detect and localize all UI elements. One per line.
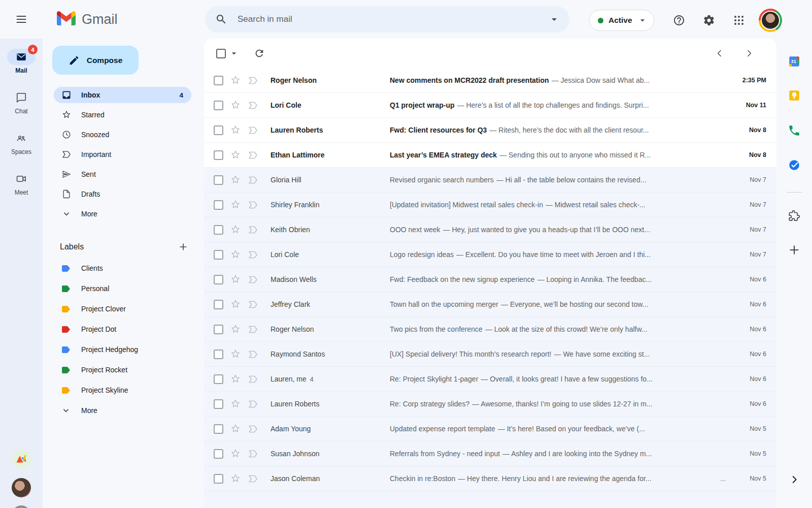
add-icon[interactable] xyxy=(784,240,804,260)
email-row[interactable]: Lauren Roberts Re: Corp strategy slides?… xyxy=(204,392,776,417)
email-row[interactable]: Gloria Hill Revised organic search numbe… xyxy=(204,168,776,193)
account-avatar[interactable] xyxy=(759,9,782,32)
email-row[interactable]: Lori Cole Q1 project wrap-up — Here’s a … xyxy=(204,93,776,118)
importance-marker-icon[interactable] xyxy=(247,224,258,235)
star-icon[interactable] xyxy=(230,174,241,185)
workspace-logo-avatar[interactable] xyxy=(0,450,43,469)
nav-item-inbox[interactable]: Inbox 4 xyxy=(54,87,191,103)
keep-icon[interactable] xyxy=(784,85,804,106)
importance-marker-icon[interactable] xyxy=(247,249,258,260)
row-checkbox[interactable] xyxy=(214,250,223,260)
importance-marker-icon[interactable] xyxy=(247,448,258,459)
importance-marker-icon[interactable] xyxy=(247,324,258,335)
voice-icon[interactable] xyxy=(784,120,804,141)
email-row[interactable]: Madison Wells Fwd: Feedback on the new s… xyxy=(204,267,776,292)
show-side-panel-chevron-icon[interactable] xyxy=(784,469,804,490)
calendar-icon[interactable]: 31 xyxy=(784,51,804,72)
importance-marker-icon[interactable] xyxy=(247,100,258,111)
star-icon[interactable] xyxy=(230,473,241,484)
star-icon[interactable] xyxy=(230,324,241,335)
email-row[interactable]: Jason Coleman Checkin in re:Boston — Hey… xyxy=(204,466,776,491)
rail-item-spaces[interactable]: Spaces xyxy=(0,130,43,157)
row-checkbox[interactable] xyxy=(214,399,223,409)
search-bar[interactable] xyxy=(205,6,569,33)
status-chip[interactable]: Active xyxy=(589,10,654,31)
email-row[interactable]: Keith Obrien OOO next week — Hey, just w… xyxy=(204,217,776,242)
search-icon[interactable] xyxy=(215,13,227,25)
row-checkbox[interactable] xyxy=(214,200,223,210)
star-icon[interactable] xyxy=(230,75,241,86)
settings-gear-icon[interactable] xyxy=(697,8,721,33)
email-row[interactable]: Lori Cole Logo redesign ideas — Excellen… xyxy=(204,242,776,267)
label-item-clients[interactable]: Clients xyxy=(54,260,191,276)
star-icon[interactable] xyxy=(230,149,241,161)
email-row[interactable]: Adam Young Updated expense report templa… xyxy=(204,417,776,441)
importance-marker-icon[interactable] xyxy=(247,174,258,185)
main-menu-icon[interactable] xyxy=(9,7,33,31)
newer-page-chevron-left-icon[interactable] xyxy=(712,45,728,61)
importance-marker-icon[interactable] xyxy=(247,274,258,285)
chat-shortcut-avatar-1[interactable] xyxy=(0,478,43,497)
help-icon[interactable] xyxy=(667,8,691,33)
label-item-project-clover[interactable]: Project Clover xyxy=(54,301,191,317)
star-icon[interactable] xyxy=(230,224,241,235)
star-icon[interactable] xyxy=(230,199,241,210)
search-input[interactable] xyxy=(236,14,548,25)
rail-item-meet[interactable]: Meet xyxy=(0,171,43,198)
email-row[interactable]: Susan Johnson Referrals from Sydney - ne… xyxy=(204,441,776,466)
refresh-icon[interactable] xyxy=(250,44,268,62)
star-icon[interactable] xyxy=(230,398,241,409)
nav-item-sent[interactable]: Sent xyxy=(54,166,191,182)
email-row[interactable]: Lauren Roberts Fwd: Client resources for… xyxy=(204,118,776,143)
email-row[interactable]: Shirley Franklin [Updated invitation] Mi… xyxy=(204,193,776,217)
nav-item-important[interactable]: Important xyxy=(54,146,191,163)
older-page-chevron-right-icon[interactable] xyxy=(741,45,757,61)
importance-marker-icon[interactable] xyxy=(247,348,258,360)
extensions-icon[interactable] xyxy=(784,206,804,226)
select-all-checkbox[interactable] xyxy=(216,49,226,58)
importance-marker-icon[interactable] xyxy=(247,299,258,310)
search-options-caret-icon[interactable] xyxy=(548,13,560,25)
star-icon[interactable] xyxy=(230,373,241,385)
star-icon[interactable] xyxy=(230,348,241,360)
importance-marker-icon[interactable] xyxy=(247,149,258,161)
row-checkbox[interactable] xyxy=(214,76,223,85)
labels-more[interactable]: More xyxy=(54,402,191,419)
row-checkbox[interactable] xyxy=(214,325,223,334)
star-icon[interactable] xyxy=(230,448,241,459)
importance-marker-icon[interactable] xyxy=(247,373,258,385)
row-checkbox[interactable] xyxy=(214,150,223,160)
label-item-project-hedgehog[interactable]: Project Hedgehog xyxy=(54,341,191,358)
row-checkbox[interactable] xyxy=(214,175,223,185)
star-icon[interactable] xyxy=(230,124,241,136)
create-label-plus-icon[interactable] xyxy=(175,239,191,255)
google-apps-grid-icon[interactable] xyxy=(727,8,751,33)
rail-item-mail[interactable]: 4 Mail xyxy=(0,49,43,76)
star-icon[interactable] xyxy=(230,299,241,310)
row-checkbox[interactable] xyxy=(214,424,223,434)
nav-item-drafts[interactable]: Drafts xyxy=(54,186,191,202)
importance-marker-icon[interactable] xyxy=(247,473,258,484)
email-row[interactable]: Lauren, me 4 Re: Project Skylight 1-page… xyxy=(204,367,776,392)
row-checkbox[interactable] xyxy=(214,350,223,359)
row-checkbox[interactable] xyxy=(214,225,223,235)
star-icon[interactable] xyxy=(230,100,241,111)
importance-marker-icon[interactable] xyxy=(247,124,258,136)
email-row[interactable]: Raymond Santos [UX] Special delivery! Th… xyxy=(204,342,776,367)
star-icon[interactable] xyxy=(230,249,241,260)
row-checkbox[interactable] xyxy=(214,101,223,110)
email-row[interactable]: Roger Nelson New comments on MCR2022 dra… xyxy=(204,68,776,93)
compose-button[interactable]: Compose xyxy=(52,46,139,75)
star-icon[interactable] xyxy=(230,274,241,285)
row-checkbox[interactable] xyxy=(214,125,223,135)
importance-marker-icon[interactable] xyxy=(247,199,258,210)
star-icon[interactable] xyxy=(230,423,241,434)
nav-item-snoozed[interactable]: Snoozed xyxy=(54,126,191,143)
row-checkbox[interactable] xyxy=(214,275,223,284)
nav-item-starred[interactable]: Starred xyxy=(54,107,191,123)
row-checkbox[interactable] xyxy=(214,449,223,459)
importance-marker-icon[interactable] xyxy=(247,423,258,434)
rail-item-chat[interactable]: Chat xyxy=(0,89,43,117)
row-checkbox[interactable] xyxy=(214,474,223,484)
importance-marker-icon[interactable] xyxy=(247,398,258,409)
